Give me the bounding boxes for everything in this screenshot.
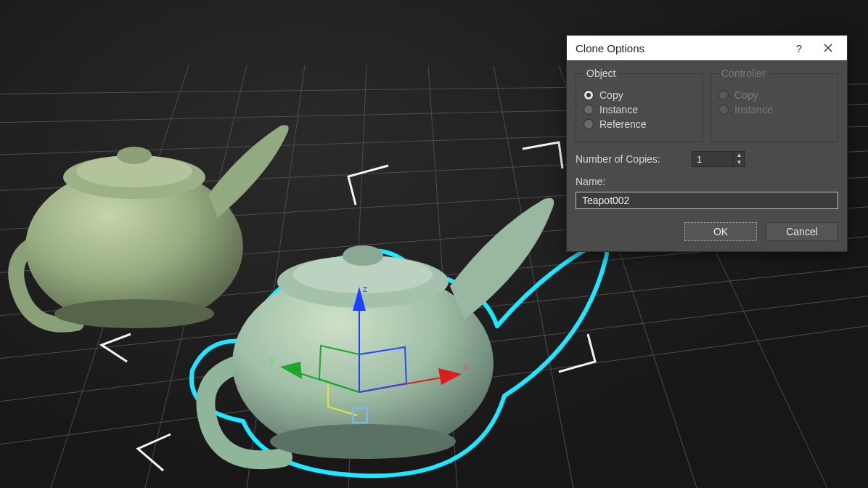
spinner-down-icon[interactable]: ▼ <box>734 159 745 166</box>
object-reference-radio[interactable]: Reference <box>584 118 695 130</box>
axis-label-z: z <box>363 284 367 294</box>
teapot-unselected[interactable] <box>16 125 288 328</box>
controller-copy-radio: Copy <box>718 89 830 101</box>
axis-label-x: x <box>464 362 469 373</box>
object-group-legend: Object <box>584 68 618 79</box>
svg-point-19 <box>54 299 214 328</box>
radio-icon <box>584 119 594 129</box>
name-label: Name: <box>576 176 838 187</box>
dialog-titlebar[interactable]: Clone Options ? <box>567 36 847 60</box>
controller-instance-radio: Instance <box>718 104 830 115</box>
copies-input[interactable] <box>692 154 733 165</box>
radio-icon <box>584 90 594 100</box>
close-icon <box>824 44 832 52</box>
radio-icon <box>718 90 729 100</box>
axis-label-y: y <box>270 355 274 365</box>
copies-spinner[interactable]: ▲ ▼ <box>692 151 745 167</box>
radio-icon <box>584 105 594 115</box>
svg-point-27 <box>343 245 383 266</box>
controller-group: Controller Copy Instance <box>711 68 838 142</box>
ok-button[interactable]: OK <box>684 222 757 241</box>
copies-label: Number of Copies: <box>576 153 684 165</box>
dialog-title: Clone Options <box>576 42 785 54</box>
clone-options-dialog: Clone Options ? Object Copy Instance <box>566 35 848 252</box>
svg-point-24 <box>270 424 456 459</box>
cancel-button[interactable]: Cancel <box>766 222 838 241</box>
name-input[interactable] <box>576 192 838 209</box>
spinner-up-icon[interactable]: ▲ <box>734 152 745 159</box>
help-button[interactable]: ? <box>785 36 814 60</box>
radio-icon <box>718 105 729 115</box>
svg-point-22 <box>117 147 152 164</box>
controller-group-legend: Controller <box>718 68 769 79</box>
close-button[interactable] <box>814 36 843 60</box>
object-group: Object Copy Instance Reference <box>576 68 703 142</box>
object-copy-radio[interactable]: Copy <box>584 89 695 101</box>
object-instance-radio[interactable]: Instance <box>584 104 695 115</box>
